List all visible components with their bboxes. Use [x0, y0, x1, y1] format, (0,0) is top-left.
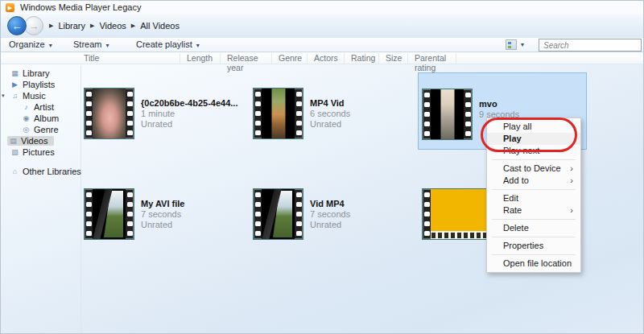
filmstrip-thumbnail — [422, 188, 488, 240]
search-input[interactable] — [539, 39, 642, 52]
other-libraries-icon: ⌂ — [10, 167, 19, 175]
menu-item-cast-to-device[interactable]: Cast to Device — [487, 163, 580, 175]
video-item[interactable]: {0c20b6be-4b25-4e44... 1 minute Unrated — [84, 88, 250, 139]
expand-chevron-icon[interactable]: ▾ — [2, 93, 5, 99]
filmstrip-thumbnail — [253, 88, 303, 139]
menu-item-open-file-location[interactable]: Open file location — [487, 258, 580, 270]
menu-item-rate[interactable]: Rate — [487, 204, 580, 216]
chevron-down-icon: ▾ — [196, 42, 200, 49]
sidebar-item-playlists[interactable]: ▶Playlists — [1, 79, 81, 90]
title-bar: ▶ Windows Media Player Legacy — [1, 1, 643, 14]
filmstrip-thumbnail — [253, 188, 303, 240]
sidebar-item-artist[interactable]: ♪Artist — [1, 101, 81, 113]
breadcrumb-arrow-icon: ▶ — [90, 23, 94, 29]
video-length: 7 seconds — [310, 209, 419, 219]
create-playlist-button[interactable]: Create playlist▾ — [136, 39, 200, 49]
menu-separator — [492, 237, 576, 237]
sidebar-item-videos[interactable]: ▤Videos — [1, 135, 81, 146]
view-options-icon[interactable] — [506, 39, 517, 50]
column-actors[interactable]: Actors — [308, 53, 345, 64]
stream-button[interactable]: Stream▾ — [73, 39, 109, 49]
video-item[interactable]: MP4 Vid 6 seconds Unrated — [253, 88, 419, 139]
video-rating: Unrated — [141, 119, 250, 129]
playlists-icon: ▶ — [10, 80, 19, 89]
video-title: MP4 Vid — [310, 98, 419, 108]
video-item[interactable]: Vid MP4 7 seconds Unrated — [253, 188, 419, 240]
filmstrip-thumbnail — [422, 89, 473, 140]
library-icon: ▦ — [10, 69, 19, 77]
menu-item-add-to[interactable]: Add to — [487, 175, 580, 187]
video-length: 7 seconds — [141, 209, 250, 219]
column-release-year[interactable]: Release year — [221, 53, 272, 64]
sidebar-item-library[interactable]: ▦Library — [1, 68, 81, 79]
sidebar-item-other-libraries[interactable]: ⌂Other Libraries — [1, 166, 81, 177]
menu-separator — [492, 254, 576, 255]
menu-separator — [492, 219, 576, 220]
chevron-down-icon: ▾ — [105, 42, 109, 49]
toolbar: Organize▾ Stream▾ Create playlist▾ ▾ — [1, 38, 643, 52]
navigation-bar: ← → ▶ Library ▶ Videos ▶ All Videos — [1, 14, 643, 38]
video-rating: Unrated — [310, 119, 419, 129]
pictures-icon: ▧ — [10, 148, 19, 156]
sidebar-item-album[interactable]: ◉Album — [1, 113, 81, 124]
video-item[interactable]: My AVI file 7 seconds Unrated — [84, 188, 250, 240]
menu-item-edit[interactable]: Edit — [487, 192, 580, 204]
view-options-caret-icon[interactable]: ▾ — [521, 41, 524, 48]
video-length: 6 seconds — [310, 109, 419, 118]
window-title: Windows Media Player Legacy — [20, 2, 141, 12]
video-rating: Unrated — [310, 220, 419, 229]
chevron-down-icon: ▾ — [49, 42, 52, 49]
video-title: {0c20b6be-4b25-4e44... — [141, 98, 250, 108]
wmp-app-icon: ▶ — [6, 3, 14, 12]
breadcrumb-all-videos[interactable]: All Videos — [140, 21, 180, 31]
menu-separator — [492, 189, 576, 190]
breadcrumb: ▶ Library ▶ Videos ▶ All Videos — [49, 21, 180, 31]
menu-item-delete[interactable]: Delete — [487, 222, 580, 234]
video-rating: Unrated — [141, 220, 250, 229]
video-thumbnail-path — [262, 89, 295, 138]
sidebar-item-genre[interactable]: ◎Genre — [1, 124, 81, 135]
column-length[interactable]: Length — [180, 53, 221, 64]
video-thumbnail-car-window — [262, 189, 295, 239]
artist-icon: ♪ — [22, 103, 31, 111]
organize-button[interactable]: Organize▾ — [9, 39, 52, 49]
video-thumbnail-food — [93, 89, 126, 138]
column-parental-rating[interactable]: Parental rating — [408, 53, 456, 64]
sidebar-item-pictures[interactable]: ▧Pictures — [1, 146, 81, 158]
video-title: mvo — [479, 99, 588, 109]
breadcrumb-library[interactable]: Library — [58, 21, 85, 31]
column-genre[interactable]: Genre — [272, 53, 308, 64]
filmstrip-thumbnail — [84, 188, 134, 240]
video-thumbnail-bridge — [431, 89, 464, 139]
sidebar-item-music[interactable]: ▾ ♫Music — [1, 90, 81, 101]
menu-item-properties[interactable]: Properties — [487, 240, 580, 252]
list-column-header: Title Length Release year Genre Actors R… — [1, 52, 643, 64]
breadcrumb-videos[interactable]: Videos — [99, 21, 126, 31]
breadcrumb-arrow-icon: ▶ — [49, 23, 53, 29]
menu-separator — [492, 159, 576, 160]
column-rating[interactable]: Rating — [345, 53, 379, 64]
filmstrip-thumbnail — [84, 88, 134, 139]
video-title: My AVI file — [141, 199, 250, 208]
red-annotation-oval — [481, 118, 577, 152]
forward-button[interactable]: → — [24, 16, 43, 35]
back-button[interactable]: ← — [7, 16, 27, 35]
video-length: 1 minute — [141, 109, 250, 118]
column-title[interactable]: Title — [77, 53, 180, 64]
genre-icon: ◎ — [22, 126, 31, 134]
sidebar: ▦Library ▶Playlists ▾ ♫Music ♪Artist ◉Al… — [1, 65, 81, 334]
album-icon: ◉ — [22, 114, 31, 122]
wmp-window: ▶ Windows Media Player Legacy ← → ▶ Libr… — [0, 0, 644, 334]
video-title: Vid MP4 — [310, 199, 419, 208]
videos-icon: ▤ — [9, 137, 18, 145]
music-icon: ♫ — [10, 92, 19, 100]
video-thumbnail-car-window — [93, 189, 126, 239]
breadcrumb-arrow-icon: ▶ — [131, 23, 135, 29]
video-thumbnail-yellow — [431, 189, 487, 239]
column-size[interactable]: Size — [379, 53, 408, 64]
